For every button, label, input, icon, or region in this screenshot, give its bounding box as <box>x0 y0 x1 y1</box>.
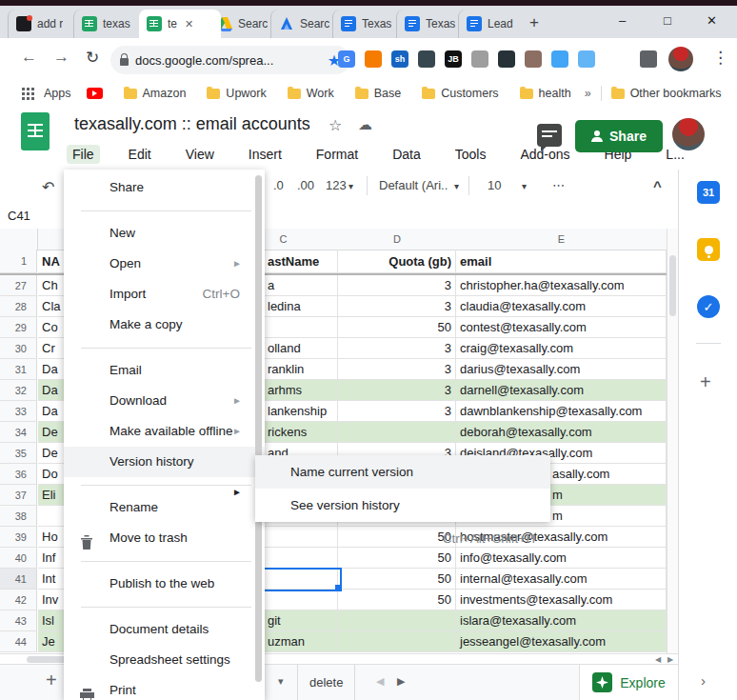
collapse-toolbar-icon[interactable]: ^ <box>653 178 662 194</box>
add-addon-icon[interactable]: + <box>700 371 711 393</box>
submenu-item-name-current-version[interactable]: Name current version <box>255 455 550 489</box>
star-document-icon[interactable]: ☆ <box>329 116 342 134</box>
cell-e-1[interactable]: email <box>456 250 667 273</box>
file-menu-item-open[interactable]: OpenCtrl+O <box>64 249 265 279</box>
file-menu-item-move-to-trash[interactable]: Move to trash <box>64 523 265 553</box>
cell-e-43[interactable]: islara@texasally.com <box>456 610 667 631</box>
cell-d-32[interactable]: 3 <box>338 380 456 401</box>
cell-d-33[interactable]: 3 <box>338 401 456 422</box>
browser-tab-3[interactable]: te✕ <box>139 10 221 38</box>
comment-history-icon[interactable] <box>537 124 562 147</box>
more-toolbar-button[interactable]: ⋯ <box>552 178 565 192</box>
calendar-icon[interactable]: 31 <box>697 181 720 204</box>
number-format-button[interactable]: 123 <box>326 178 347 192</box>
puzzle-extension-icon[interactable] <box>640 50 657 68</box>
forward-icon[interactable]: → <box>53 48 70 67</box>
address-bar[interactable]: docs.google.com/sprea... ★ <box>110 46 350 74</box>
bookmark-folder-base[interactable]: Base <box>355 87 402 100</box>
back-icon[interactable]: ← <box>21 48 37 67</box>
explore-button[interactable]: Explore <box>579 665 678 700</box>
hide-side-panel-icon[interactable]: › <box>701 672 706 689</box>
row-header-31[interactable]: 31 <box>0 359 37 380</box>
file-menu-item-make-a-copy[interactable]: Make a copy <box>64 310 265 340</box>
jetbrains-extension-icon[interactable]: JB <box>445 50 462 68</box>
cell-e-28[interactable]: claudia@texasally.com <box>456 296 667 317</box>
bookmark-folder-amazon[interactable]: Amazon <box>124 87 187 100</box>
new-tab-button[interactable]: + <box>529 13 539 32</box>
file-menu-item-share[interactable]: Share <box>64 172 265 203</box>
increase-decimal-button[interactable]: .00 <box>297 178 314 192</box>
menu-view[interactable]: View <box>180 145 220 164</box>
all-sheets-arrow-icon[interactable]: ▾ <box>278 675 284 688</box>
bookmark-folder-work[interactable]: Work <box>288 87 334 100</box>
row-header-28[interactable]: 28 <box>0 296 37 317</box>
share-button[interactable]: Share <box>575 120 663 152</box>
cell-e-33[interactable]: dawnblankenship@texasally.com <box>456 401 667 422</box>
sheet-tabs-next-icon[interactable]: ▶ <box>397 675 405 688</box>
cell-e-32[interactable]: darnell@texasally.com <box>456 380 667 401</box>
file-menu-item-new[interactable]: New► <box>64 218 265 249</box>
menu-tools[interactable]: Tools <box>449 145 492 164</box>
cell-d-28[interactable]: 3 <box>338 296 456 317</box>
other-bookmarks[interactable]: Other bookmarks <box>611 87 722 100</box>
cell-e-30[interactable]: craig@texasally.com <box>456 338 667 359</box>
row-header-38[interactable]: 38 <box>0 506 37 527</box>
row-header-41[interactable]: 41 <box>0 569 37 590</box>
row-header-32[interactable]: 32 <box>0 380 37 401</box>
bookmark-folder-customers[interactable]: Customers <box>422 87 498 100</box>
cell-e-42[interactable]: investments@texasally.com <box>456 590 667 610</box>
menu-insert[interactable]: Insert <box>243 145 288 164</box>
sh-extension-icon[interactable]: sh <box>391 50 408 68</box>
url-text[interactable]: docs.google.com/sprea... <box>135 53 321 68</box>
cell-d-29[interactable]: 50 <box>338 317 456 338</box>
cell-e-44[interactable]: jesseangel@texasally.com <box>456 631 667 652</box>
row-header-1[interactable]: 1 <box>0 250 37 273</box>
cell-e-29[interactable]: contest@texasally.com <box>456 317 667 338</box>
cell-d-44[interactable] <box>338 631 456 652</box>
cell-d-41[interactable]: 50 <box>338 569 456 590</box>
keep-icon[interactable] <box>697 238 720 261</box>
row-header-43[interactable]: 43 <box>0 610 37 631</box>
cell-d-1[interactable]: Quota (gb) <box>338 250 456 273</box>
browser-profile-avatar[interactable] <box>668 47 693 71</box>
file-menu-item-make-available-offline[interactable]: Make available offline <box>64 416 265 447</box>
row-header-40[interactable]: 40 <box>0 548 37 569</box>
cell-d-31[interactable]: 3 <box>338 359 456 380</box>
cell-e-41[interactable]: internal@texasally.com <box>456 569 667 590</box>
cell-e-34[interactable]: deborah@texasally.com <box>456 422 667 443</box>
document-title[interactable]: texasally.com :: email accounts <box>74 114 310 134</box>
cell-d-30[interactable]: 3 <box>338 338 456 359</box>
account-avatar[interactable] <box>672 118 705 150</box>
close-button[interactable]: ✕ <box>707 13 717 28</box>
file-menu-item-download[interactable]: Download► <box>64 386 265 416</box>
row-header-33[interactable]: 33 <box>0 401 37 422</box>
orange-circle-extension-icon[interactable] <box>365 50 382 68</box>
bookmarks-overflow-chevron[interactable]: » <box>585 87 591 100</box>
row-header-36[interactable]: 36 <box>0 464 37 485</box>
photo-extension-icon[interactable] <box>525 50 542 68</box>
menu-data[interactable]: Data <box>387 145 427 164</box>
cell-d-27[interactable]: 3 <box>338 275 456 296</box>
menu-file[interactable]: File <box>67 145 100 164</box>
menu-format[interactable]: Format <box>310 145 364 164</box>
apps-shortcut[interactable]: Apps <box>21 87 71 100</box>
translate-extension-icon[interactable]: G <box>338 50 355 68</box>
browser-tab-8[interactable]: Lead <box>458 10 533 38</box>
row-header-30[interactable]: 30 <box>0 338 37 359</box>
cell-d-43[interactable] <box>338 610 456 631</box>
file-menu-item-publish-to-the-web[interactable]: Publish to the web <box>64 569 265 599</box>
cell-d-39[interactable]: 50 <box>338 527 456 548</box>
tab-close-icon[interactable]: ✕ <box>185 18 193 30</box>
row-header-44[interactable]: 44 <box>0 631 37 652</box>
cell-d-40[interactable]: 50 <box>338 548 456 569</box>
bookmark-folder-upwork[interactable]: Upwork <box>207 87 266 100</box>
grid-extension-icon[interactable] <box>471 50 488 68</box>
cell-e-27[interactable]: christopher.ha@texasally.com <box>456 275 667 296</box>
file-menu-item-print[interactable]: PrintCtrl+P <box>64 675 265 700</box>
font-size-select[interactable]: 10 <box>488 178 501 192</box>
cell-d-42[interactable]: 50 <box>338 590 456 610</box>
undo-icon[interactable]: ↶ <box>42 178 54 196</box>
lamp-extension-icon[interactable] <box>498 50 515 68</box>
font-select[interactable]: Default (Ari... <box>379 178 448 192</box>
row-header-42[interactable]: 42 <box>0 590 37 610</box>
